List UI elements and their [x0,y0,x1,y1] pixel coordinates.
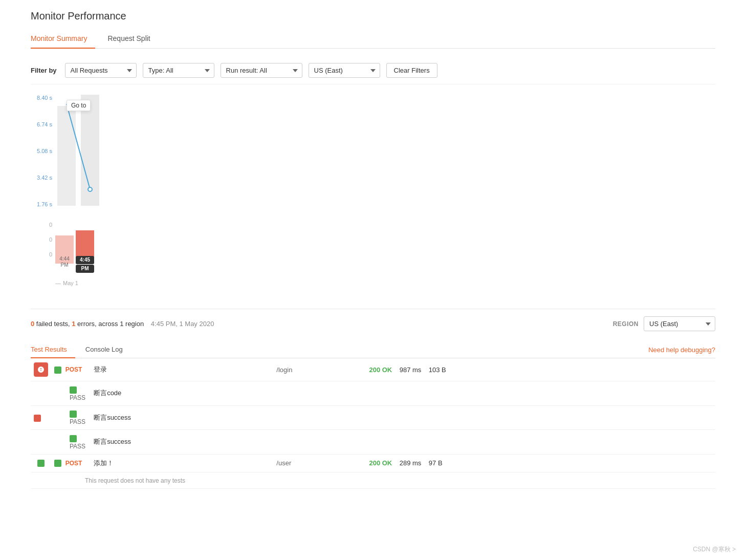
y-lower-3: 0 [31,251,55,257]
table-row: POST 登录 /login 200 OK 987 ms 103 B [31,358,715,381]
row-5-green-icon [37,460,45,467]
row-3-indent: PASS [51,405,91,430]
row-3-assert-text: 断言success [94,414,131,421]
tab-console-log[interactable]: Console Log [85,341,131,358]
row-2-left-empty [31,381,51,406]
row-1-status-ok: 200 OK [369,366,392,374]
x-axis-labels: 4:44 PM 4:45 PM [55,256,94,273]
error-icon-svg [37,366,45,373]
row-5-status-icon [31,454,51,472]
summary-timestamp: 4:45 PM, 1 May 2020 [151,320,214,328]
run-result-filter-select[interactable]: Run result: All Run result: Pass Run res… [221,63,302,78]
no-tests-message: This request does not have any tests [54,473,185,488]
row-4-pass-label: PASS [70,443,85,450]
row-5-green-icon2 [54,460,61,467]
region-filter-select-bottom[interactable]: US (East) US (West) EU (West) [644,316,715,331]
row-2-indent: PASS [51,381,91,406]
y-label-1: 8.40 s [31,95,55,101]
help-debugging-link[interactable]: Need help debugging? [648,346,715,354]
table-row: PASS 断言success [31,405,715,430]
row-2-name: 断言code [91,381,273,406]
tab-monitor-summary[interactable]: Monitor Summary [31,29,95,49]
row-1-method: POST [65,366,82,373]
type-filter-select[interactable]: Type: All Type: GET Type: POST [143,63,214,78]
x-label-1: 4:44 PM [55,256,74,273]
failed-count: 0 [31,320,34,328]
row-1-green-icon [54,367,61,374]
y-lower-1: 0 [31,222,55,228]
error-badge-icon [34,362,48,377]
table-row: PASS 断言code [31,381,715,406]
row-1-indent: POST [51,358,91,381]
text-region: region [125,320,144,328]
filter-label: Filter by [31,67,57,74]
y-axis-lower: 0 0 0 [31,222,55,257]
region-filter-select-top[interactable]: US (East) US (West) EU (West) [309,63,380,78]
summary-text: 0 failed tests, 1 errors, across 1 regio… [31,320,214,328]
row-5-indent: POST [51,454,91,472]
chart-upper: Go to 8.40 s 6.74 s 5.08 s 3.42 s 1.76 s [31,95,133,218]
filter-row: Filter by All Requests Successful Failed… [31,57,715,84]
row-3-red-icon [34,415,41,422]
region-count: 1 [120,320,123,328]
x-label-1-line2: PM [55,262,74,268]
row-5-status: 200 OK 289 ms 97 B [366,454,715,472]
tab-request-split[interactable]: Request Split [107,29,158,49]
svg-rect-0 [57,106,76,206]
row-4-indent: PASS [51,430,91,455]
row-4-assert-text: 断言success [94,438,131,445]
text-errors: errors, across [77,320,118,328]
y-lower-2: 0 [31,236,55,243]
page-title: Monitor Performance [31,6,715,22]
table-row-no-tests: This request does not have any tests [31,472,715,488]
y-label-2: 6.74 s [31,121,55,127]
row-1-name: 登录 [91,358,273,381]
y-label-3: 5.08 s [31,148,55,154]
table-row: PASS 断言success [31,430,715,455]
tab-test-results[interactable]: Test Results [31,341,75,358]
y-label-5: 1.76 s [31,201,55,207]
main-tabs: Monitor Summary Request Split [31,29,715,49]
date-label-text: May 1 [63,280,78,286]
table-row: POST 添加！ /user 200 OK 289 ms 97 B [31,454,715,472]
region-label: REGION [613,320,639,328]
x-label-2-line1: 4:45 [76,256,94,264]
requests-filter-select[interactable]: All Requests Successful Failed [65,63,137,78]
goto-tooltip: Go to [67,100,91,111]
row-5-name-text: 添加！ [94,459,114,467]
row-1-size: 103 B [429,366,446,374]
row-1-status-icon [31,358,51,381]
y-label-4: 3.42 s [31,175,55,181]
row-4-green-icon [70,435,77,442]
error-count: 1 [72,320,75,328]
row-5-path: /user [273,454,366,472]
row-3-status-icon [31,405,51,430]
x-label-2-line2: PM [76,265,94,273]
row-2-green-icon [70,386,77,394]
chart-container: Go to 8.40 s 6.74 s 5.08 s 3.42 s 1.76 s [31,95,715,288]
row-1-path: /login [273,358,366,381]
row-1-name-text: 登录 [94,365,107,373]
chart-plot-area [55,95,133,218]
x-label-1-line1: 4:44 [55,256,74,262]
clear-filters-button[interactable]: Clear Filters [386,63,437,78]
region-filter-area: REGION US (East) US (West) EU (West) [613,316,715,331]
svg-point-2 [88,187,92,191]
test-results-table: POST 登录 /login 200 OK 987 ms 103 B [31,358,715,489]
row-1-status: 200 OK 987 ms 103 B [366,358,715,381]
y-axis-labels: 8.40 s 6.74 s 5.08 s 3.42 s 1.76 s [31,95,55,218]
results-tabs-row: Test Results Console Log Need help debug… [31,341,715,358]
row-3-pass-label: PASS [70,418,85,425]
chart-lower: 0 0 0 4:44 PM 4:45 PM [31,222,133,278]
row-3-green-icon [70,411,77,418]
text-failed: failed tests, [36,320,70,328]
row-5-status-ok: 200 OK [369,459,392,467]
row-2-pass-label: PASS [70,394,85,401]
row-5-time: 289 ms [400,459,422,467]
summary-bar: 0 failed tests, 1 errors, across 1 regio… [31,309,715,336]
row-5-name: 添加！ [91,454,273,472]
row-5-size: 97 B [429,459,443,467]
no-tests-cell: This request does not have any tests [51,472,715,488]
chart-date-label: — May 1 [55,280,78,286]
row-3-name: 断言success [91,405,273,430]
